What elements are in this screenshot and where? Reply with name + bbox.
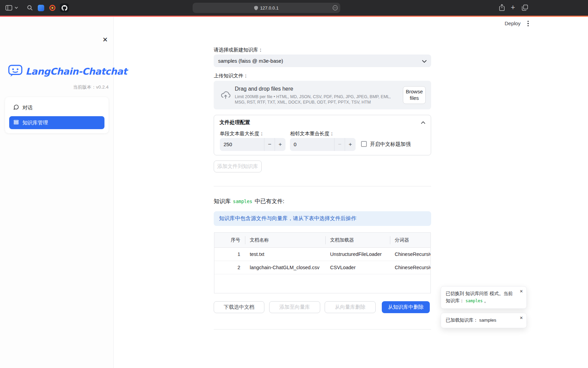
tab-overview-icon[interactable] xyxy=(522,4,528,11)
browse-files-button[interactable]: Browse files xyxy=(403,86,426,104)
heading-prefix: 知识库 xyxy=(214,198,231,205)
decrement-button[interactable]: − xyxy=(264,138,275,151)
column-separator xyxy=(390,236,390,244)
kb-select[interactable]: samples (faiss @ m3e-base) xyxy=(214,55,431,67)
extension-icon-orange[interactable] xyxy=(49,5,55,11)
header-cell-no[interactable]: 序号 xyxy=(226,237,245,243)
sidebar-item-label: 对话 xyxy=(22,105,33,111)
kb-name-code: samples xyxy=(233,199,252,204)
uploader-limit-text: Limit 200MB per file • HTML, MD, JSON, C… xyxy=(235,94,399,105)
table-header-row: 序号 文档名称 文档加载器 分词器 xyxy=(214,233,430,248)
sidebar: ✕ LangChain-Chatchat 当前版本：v0.2.4 xyxy=(0,17,114,368)
expander-header[interactable]: 文件处理配置 xyxy=(214,115,431,129)
info-text: 知识库中包含源文件与向量库，请从下表中选择文件后操作 xyxy=(219,215,356,222)
knowledge-base-icon xyxy=(13,119,19,126)
extension-icon-blue[interactable] xyxy=(38,5,44,11)
cell-loader: UnstructuredFileLoader xyxy=(325,251,390,257)
deploy-button[interactable]: Deploy xyxy=(505,20,521,26)
download-selected-button[interactable]: 下载选中文档 xyxy=(214,301,264,313)
close-icon[interactable]: ✕ xyxy=(520,316,523,320)
add-files-button[interactable]: 添加文件到知识库 xyxy=(214,160,262,172)
divider xyxy=(214,329,431,329)
delete-from-vector-button[interactable]: 从向量库删除 xyxy=(325,301,376,313)
heading-suffix: 中已有文件: xyxy=(255,198,284,205)
delete-from-kb-button[interactable]: 从知识库中删除 xyxy=(382,301,430,313)
url-text: 127.0.0.1 xyxy=(260,5,278,11)
share-icon[interactable] xyxy=(499,4,505,11)
cell-no: 1 xyxy=(226,251,245,257)
toast-kb-code: samples xyxy=(466,298,483,303)
github-icon[interactable] xyxy=(60,3,69,12)
divider xyxy=(214,186,431,186)
toast-mode-switched: 已切换到 知识库问答 模式。当前知识库：samples。 ✕ xyxy=(441,286,527,309)
sidebar-menu: 对话 知识库管理 xyxy=(5,97,109,133)
upload-label: 上传知识文件： xyxy=(214,73,248,79)
sidebar-item-label: 知识库管理 xyxy=(22,120,48,126)
close-icon[interactable]: ✕ xyxy=(520,289,523,293)
header-cell-splitter[interactable]: 分词器 xyxy=(390,237,430,243)
new-tab-icon[interactable]: + xyxy=(511,4,515,11)
max-length-value: 250 xyxy=(224,138,232,151)
add-to-vector-button[interactable]: 添加至向量库 xyxy=(269,301,320,313)
chevron-up-icon xyxy=(421,119,425,125)
toast-text: 已加载知识库： samples xyxy=(446,318,496,323)
toast-kb-loaded: 已加载知识库： samples ✕ xyxy=(441,313,527,328)
cell-splitter: ChineseRecursiveT xyxy=(390,265,430,270)
table-row[interactable]: 1 test.txt UnstructuredFileLoader Chines… xyxy=(214,248,430,261)
cell-no: 2 xyxy=(226,265,245,270)
increment-button[interactable]: + xyxy=(345,138,356,151)
sidebar-toggle-icon[interactable] xyxy=(5,5,12,11)
version-label: 当前版本：v0.2.4 xyxy=(5,84,109,90)
file-uploader-dropzone[interactable]: Drag and drop files here Limit 200MB per… xyxy=(214,81,431,109)
expander-title: 文件处理配置 xyxy=(219,119,250,126)
sidebar-item-kb-management[interactable]: 知识库管理 xyxy=(9,116,104,129)
cell-splitter: ChineseRecursiveT xyxy=(390,251,430,257)
overlap-label: 相邻文本重合长度： xyxy=(290,131,334,137)
max-length-label: 单段文本最大长度： xyxy=(220,131,264,137)
cell-name: langchain-ChatGLM_closed.csv xyxy=(245,265,325,270)
increment-button[interactable]: + xyxy=(275,138,285,151)
shield-icon xyxy=(254,6,258,10)
file-config-expander: 文件处理配置 单段文本最大长度： 250 − + 相邻文本重合长度： 0 − +… xyxy=(214,115,431,155)
page-settings-icon[interactable] xyxy=(332,5,338,11)
decrement-button[interactable]: − xyxy=(334,138,345,151)
logo-text: LangChain-Chatchat xyxy=(26,66,127,77)
chat-bubble-icon xyxy=(13,104,19,111)
zh-title-checkbox[interactable] xyxy=(361,141,367,147)
search-icon[interactable] xyxy=(27,5,33,11)
cloud-upload-icon xyxy=(220,90,231,102)
uploader-title: Drag and drop files here xyxy=(235,86,293,92)
kb-select-value: samples (faiss @ m3e-base) xyxy=(218,58,283,64)
column-separator xyxy=(245,236,245,244)
existing-files-heading: 知识库 samples 中已有文件: xyxy=(214,198,284,205)
cell-name: test.txt xyxy=(245,251,325,257)
header-cell-loader[interactable]: 文档加载器 xyxy=(325,237,390,243)
app-logo: LangChain-Chatchat xyxy=(8,64,127,78)
address-bar[interactable]: 127.0.0.1 xyxy=(193,3,340,13)
cell-loader: CSVLoader xyxy=(325,265,390,270)
sidebar-close-icon[interactable]: ✕ xyxy=(102,36,108,43)
screen: 127.0.0.1 + xyxy=(0,0,588,368)
max-length-input[interactable]: 250 − + xyxy=(220,138,285,151)
info-banner: 知识库中包含源文件与向量库，请从下表中选择文件后操作 xyxy=(214,211,431,226)
zh-title-checkbox-label: 开启中文标题加强 xyxy=(370,141,411,148)
table-row[interactable]: 2 langchain-ChatGLM_closed.csv CSVLoader… xyxy=(214,261,430,274)
files-table: 序号 文档名称 文档加载器 分词器 1 test.txt Unstructure… xyxy=(214,232,431,293)
sidebar-item-dialogue[interactable]: 对话 xyxy=(9,101,104,114)
main-menu-icon[interactable] xyxy=(525,20,531,27)
column-separator xyxy=(325,236,326,244)
logo-chatbot-icon xyxy=(8,64,22,78)
overlap-value: 0 xyxy=(294,138,296,151)
browser-toolbar: 127.0.0.1 + xyxy=(0,0,588,16)
header-cell-name[interactable]: 文档名称 xyxy=(245,237,325,243)
chevron-down-icon xyxy=(422,58,427,64)
kb-select-label: 请选择或新建知识库： xyxy=(214,47,263,53)
chevron-down-icon[interactable] xyxy=(15,6,18,9)
overlap-input[interactable]: 0 − + xyxy=(290,138,356,151)
